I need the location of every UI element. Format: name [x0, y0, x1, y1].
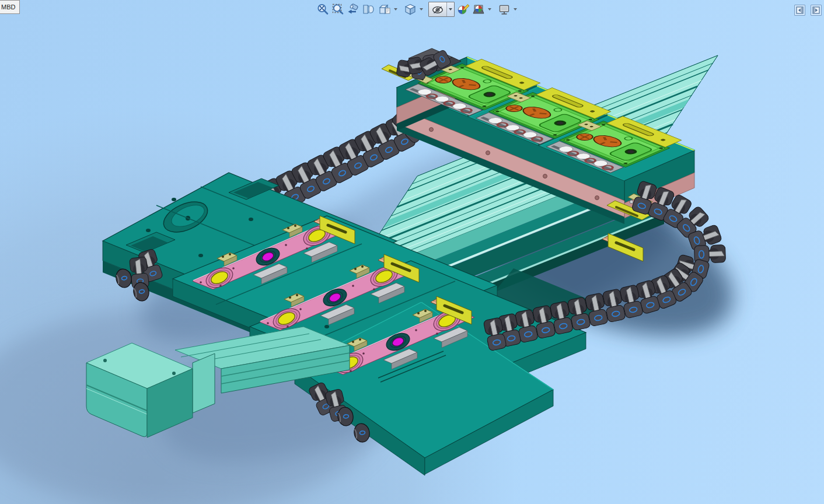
3d-drawing-view-icon [378, 3, 391, 16]
hide-show-items-dropdown[interactable] [446, 2, 454, 16]
apply-scene-icon [472, 3, 485, 16]
tab-mbd-label: MBD [1, 4, 15, 10]
zoom-to-fit-button[interactable] [315, 2, 330, 17]
view-settings-icon [498, 3, 511, 16]
zoom-to-area-icon [331, 3, 344, 16]
previous-view-button[interactable] [345, 2, 361, 17]
view-orientation-button[interactable] [403, 2, 418, 17]
hide-show-items-icon [431, 4, 444, 16]
collapse-left-pane-icon [796, 6, 804, 14]
collapse-left-pane-button[interactable] [794, 5, 805, 16]
previous-view-icon [347, 3, 359, 16]
heads-up-view-toolbar [315, 2, 518, 17]
edit-appearance-icon [457, 3, 470, 16]
zoom-to-fit-icon [316, 3, 329, 16]
collapse-right-pane-icon [812, 6, 820, 14]
section-view-button[interactable] [361, 2, 376, 17]
zoom-to-area-button[interactable] [330, 2, 345, 17]
pane-toggles [794, 5, 822, 16]
viewport-3d[interactable] [0, 0, 824, 504]
3d-drawing-view-dropdown[interactable] [392, 2, 399, 17]
view-settings-button[interactable] [497, 2, 512, 17]
section-view-icon [362, 3, 375, 16]
collapse-right-pane-button[interactable] [811, 5, 822, 16]
hide-show-items-button[interactable] [428, 2, 455, 17]
view-orientation-icon [404, 3, 417, 16]
apply-scene-button[interactable] [471, 2, 486, 17]
3d-drawing-view-button[interactable] [377, 2, 392, 17]
cad-application-window: { "tabs": { "mbd": "MBD" }, "toolbar": {… [0, 0, 824, 504]
view-settings-dropdown[interactable] [512, 2, 518, 17]
edit-appearance-button[interactable] [456, 2, 471, 17]
apply-scene-dropdown[interactable] [486, 2, 493, 17]
view-orientation-dropdown[interactable] [418, 2, 424, 17]
tab-mbd[interactable]: MBD [0, 0, 20, 14]
